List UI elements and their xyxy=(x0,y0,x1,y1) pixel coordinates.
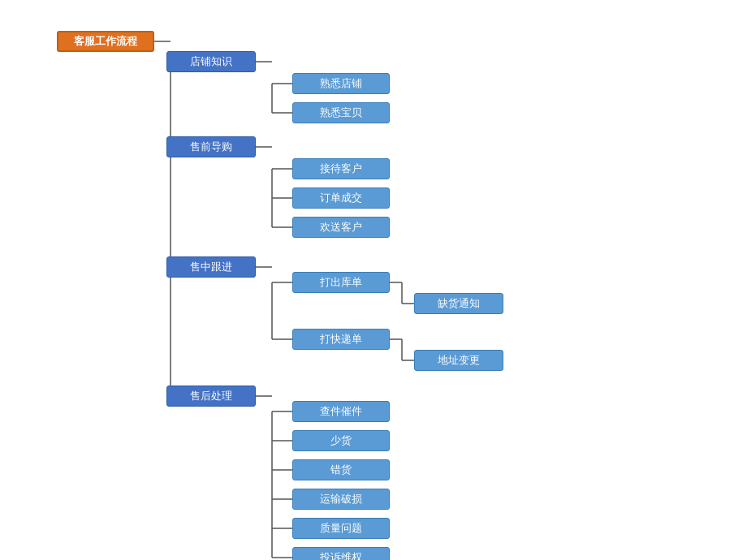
node-level2: 投诉维权 xyxy=(292,547,390,560)
node-level2: 查件催件 xyxy=(292,401,390,422)
node-level1: 店铺知识 xyxy=(166,51,256,72)
node-level2: 缺货通知 xyxy=(414,293,503,314)
node-level2: 错货 xyxy=(292,459,390,480)
node-level2: 熟悉店铺 xyxy=(292,73,390,94)
node-level2: 打出库单 xyxy=(292,272,390,293)
node-level2: 打快递单 xyxy=(292,329,390,350)
node-level2: 质量问题 xyxy=(292,518,390,539)
diagram-container: 客服工作流程店铺知识售前导购售中跟进售后处理熟悉店铺熟悉宝贝接待客户订单成交欢送… xyxy=(0,0,747,560)
node-root: 客服工作流程 xyxy=(57,31,154,52)
node-level2: 欢送客户 xyxy=(292,217,390,238)
node-level1: 售前导购 xyxy=(166,136,256,157)
node-level2: 订单成交 xyxy=(292,187,390,209)
node-level1: 售中跟进 xyxy=(166,256,256,278)
node-level2: 运输破损 xyxy=(292,489,390,510)
node-level2: 熟悉宝贝 xyxy=(292,102,390,123)
chart-wrapper: 客服工作流程店铺知识售前导购售中跟进售后处理熟悉店铺熟悉宝贝接待客户订单成交欢送… xyxy=(8,16,739,560)
node-level1: 售后处理 xyxy=(166,386,256,407)
node-level2: 地址变更 xyxy=(414,350,503,371)
node-level2: 接待客户 xyxy=(292,158,390,179)
node-level2: 少货 xyxy=(292,430,390,451)
